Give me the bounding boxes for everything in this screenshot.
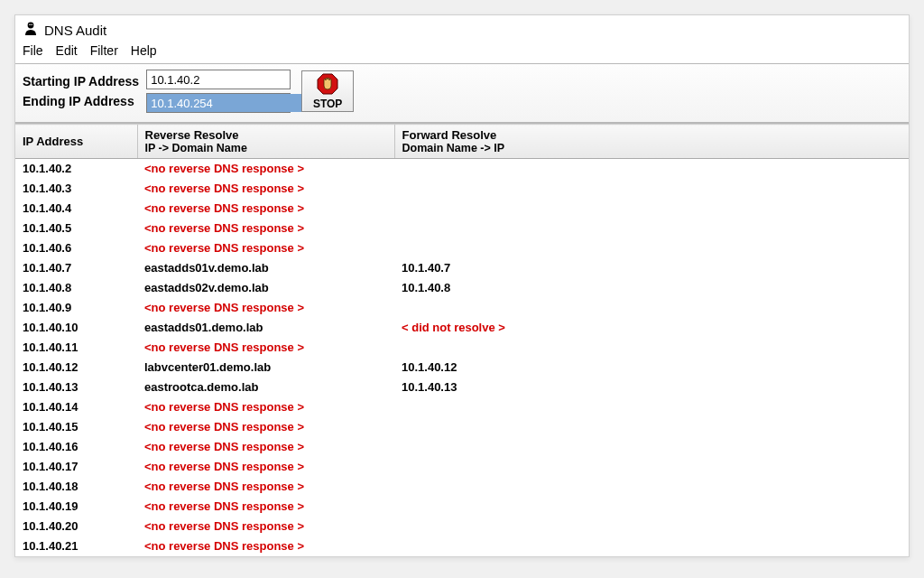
cell-reverse: eastadds01v.demo.lab bbox=[137, 258, 394, 278]
table-row[interactable]: 10.1.40.5<no reverse DNS response > bbox=[15, 219, 909, 238]
cell-reverse: <no reverse DNS response > bbox=[137, 298, 394, 318]
cell-reverse: <no reverse DNS response > bbox=[137, 199, 394, 219]
svg-point-1 bbox=[29, 23, 31, 25]
cell-forward bbox=[394, 477, 909, 497]
cell-ip: 10.1.40.20 bbox=[15, 517, 137, 536]
table-row[interactable]: 10.1.40.6<no reverse DNS response > bbox=[15, 238, 909, 258]
start-ip-input[interactable] bbox=[147, 70, 306, 89]
cell-reverse: <no reverse DNS response > bbox=[137, 179, 394, 199]
cell-reverse: eastadds01.demo.lab bbox=[137, 318, 394, 338]
app-window: DNS Audit File Edit Filter Help Starting… bbox=[14, 14, 910, 557]
cell-reverse: <no reverse DNS response > bbox=[137, 338, 394, 358]
cell-ip: 10.1.40.5 bbox=[15, 219, 137, 238]
results-table: IP Address Reverse Resolve IP -> Domain … bbox=[15, 124, 909, 556]
cell-ip: 10.1.40.9 bbox=[15, 298, 137, 318]
start-ip-label: Starting IP Address bbox=[23, 74, 139, 89]
menu-bar: File Edit Filter Help bbox=[15, 42, 909, 64]
cell-ip: 10.1.40.10 bbox=[15, 318, 137, 338]
toolbar: Starting IP Address Ending IP Address ▼ … bbox=[15, 64, 909, 124]
table-row[interactable]: 10.1.40.14<no reverse DNS response > bbox=[15, 397, 909, 417]
table-row[interactable]: 10.1.40.4<no reverse DNS response > bbox=[15, 199, 909, 219]
cell-reverse: <no reverse DNS response > bbox=[137, 457, 394, 477]
cell-reverse: <no reverse DNS response > bbox=[137, 238, 394, 258]
cell-forward: 10.1.40.7 bbox=[394, 258, 909, 278]
title-bar: DNS Audit bbox=[15, 15, 909, 42]
results-body: 10.1.40.2<no reverse DNS response >10.1.… bbox=[15, 159, 909, 557]
end-ip-label: Ending IP Address bbox=[23, 94, 139, 108]
menu-help[interactable]: Help bbox=[131, 43, 157, 58]
cell-ip: 10.1.40.4 bbox=[15, 199, 137, 219]
menu-edit[interactable]: Edit bbox=[56, 43, 78, 58]
col-header-reverse-sub: IP -> Domain Name bbox=[145, 142, 387, 154]
table-row[interactable]: 10.1.40.19<no reverse DNS response > bbox=[15, 497, 909, 517]
table-row[interactable]: 10.1.40.15<no reverse DNS response > bbox=[15, 417, 909, 437]
cell-forward: < did not resolve > bbox=[394, 318, 909, 338]
table-row[interactable]: 10.1.40.11<no reverse DNS response > bbox=[15, 338, 909, 358]
cell-ip: 10.1.40.3 bbox=[15, 179, 137, 199]
table-row[interactable]: 10.1.40.12labvcenter01.demo.lab10.1.40.1… bbox=[15, 358, 909, 378]
cell-forward bbox=[394, 159, 909, 180]
end-ip-combo[interactable]: ▼ bbox=[146, 93, 291, 113]
end-ip-input[interactable] bbox=[147, 94, 306, 112]
table-row[interactable]: 10.1.40.9<no reverse DNS response > bbox=[15, 298, 909, 318]
table-row[interactable]: 10.1.40.2<no reverse DNS response > bbox=[15, 159, 909, 180]
cell-ip: 10.1.40.2 bbox=[15, 159, 137, 180]
ip-range-fields: ▼ ▼ bbox=[146, 70, 291, 113]
cell-reverse: <no reverse DNS response > bbox=[137, 517, 394, 536]
cell-ip: 10.1.40.19 bbox=[15, 497, 137, 517]
table-row[interactable]: 10.1.40.17<no reverse DNS response > bbox=[15, 457, 909, 477]
cell-forward bbox=[394, 437, 909, 457]
table-row[interactable]: 10.1.40.13eastrootca.demo.lab10.1.40.13 bbox=[15, 378, 909, 397]
cell-ip: 10.1.40.15 bbox=[15, 417, 137, 437]
cell-reverse: <no reverse DNS response > bbox=[137, 437, 394, 457]
cell-ip: 10.1.40.17 bbox=[15, 457, 137, 477]
app-icon bbox=[23, 21, 39, 40]
menu-file[interactable]: File bbox=[23, 43, 43, 58]
cell-forward bbox=[394, 497, 909, 517]
cell-ip: 10.1.40.12 bbox=[15, 358, 137, 378]
cell-reverse: eastadds02v.demo.lab bbox=[137, 278, 394, 298]
cell-forward bbox=[394, 179, 909, 199]
cell-forward bbox=[394, 397, 909, 417]
cell-forward bbox=[394, 338, 909, 358]
cell-reverse: <no reverse DNS response > bbox=[137, 536, 394, 556]
table-row[interactable]: 10.1.40.10eastadds01.demo.lab< did not r… bbox=[15, 318, 909, 338]
cell-reverse: <no reverse DNS response > bbox=[137, 477, 394, 497]
cell-reverse: eastrootca.demo.lab bbox=[137, 378, 394, 397]
table-row[interactable]: 10.1.40.20<no reverse DNS response > bbox=[15, 517, 909, 536]
table-row[interactable]: 10.1.40.3<no reverse DNS response > bbox=[15, 179, 909, 199]
stop-icon bbox=[317, 73, 338, 98]
cell-forward bbox=[394, 199, 909, 219]
app-title: DNS Audit bbox=[44, 23, 106, 38]
col-header-reverse[interactable]: Reverse Resolve IP -> Domain Name bbox=[137, 125, 394, 159]
cell-forward bbox=[394, 298, 909, 318]
col-header-ip-label: IP Address bbox=[23, 135, 83, 148]
col-header-forward[interactable]: Forward Resolve Domain Name -> IP bbox=[394, 125, 909, 159]
start-ip-combo[interactable]: ▼ bbox=[146, 70, 291, 89]
menu-filter[interactable]: Filter bbox=[90, 43, 118, 58]
ip-range-labels: Starting IP Address Ending IP Address bbox=[23, 74, 139, 108]
cell-ip: 10.1.40.8 bbox=[15, 278, 137, 298]
table-row[interactable]: 10.1.40.21<no reverse DNS response > bbox=[15, 536, 909, 556]
cell-forward bbox=[394, 457, 909, 477]
cell-reverse: <no reverse DNS response > bbox=[137, 159, 394, 180]
cell-forward bbox=[394, 417, 909, 437]
table-row[interactable]: 10.1.40.8eastadds02v.demo.lab10.1.40.8 bbox=[15, 278, 909, 298]
cell-ip: 10.1.40.6 bbox=[15, 238, 137, 258]
col-header-forward-label: Forward Resolve bbox=[402, 128, 497, 142]
cell-reverse: labvcenter01.demo.lab bbox=[137, 358, 394, 378]
col-header-ip[interactable]: IP Address bbox=[15, 125, 137, 159]
table-row[interactable]: 10.1.40.16<no reverse DNS response > bbox=[15, 437, 909, 457]
cell-ip: 10.1.40.16 bbox=[15, 437, 137, 457]
cell-ip: 10.1.40.14 bbox=[15, 397, 137, 417]
cell-forward bbox=[394, 238, 909, 258]
cell-ip: 10.1.40.18 bbox=[15, 477, 137, 497]
stop-button[interactable]: STOP bbox=[301, 70, 354, 112]
cell-reverse: <no reverse DNS response > bbox=[137, 219, 394, 238]
table-row[interactable]: 10.1.40.7eastadds01v.demo.lab10.1.40.7 bbox=[15, 258, 909, 278]
cell-forward bbox=[394, 219, 909, 238]
col-header-reverse-label: Reverse Resolve bbox=[145, 128, 239, 142]
table-row[interactable]: 10.1.40.18<no reverse DNS response > bbox=[15, 477, 909, 497]
cell-reverse: <no reverse DNS response > bbox=[137, 397, 394, 417]
svg-point-0 bbox=[28, 23, 34, 29]
